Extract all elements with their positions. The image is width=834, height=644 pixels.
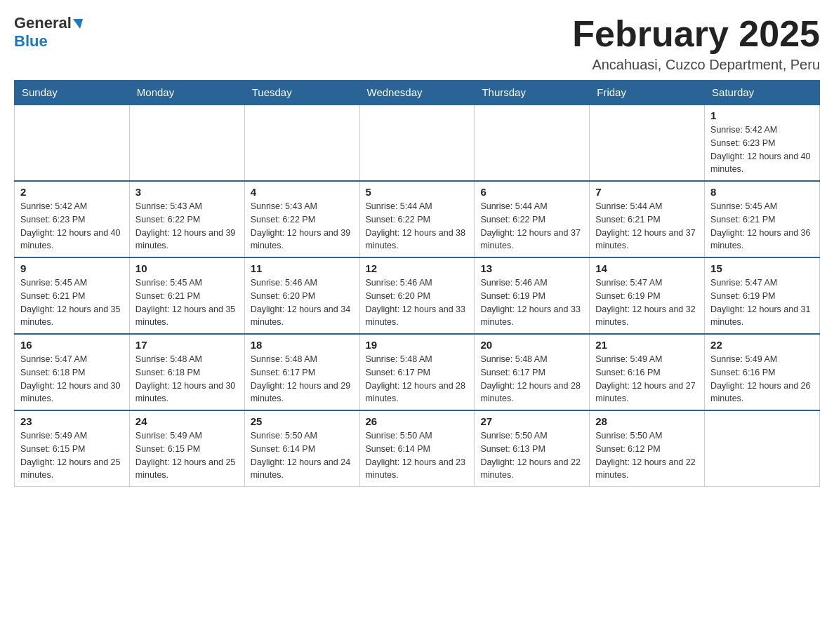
- day-number: 6: [480, 186, 583, 198]
- day-number: 16: [20, 339, 124, 351]
- calendar-cell: 15Sunrise: 5:47 AMSunset: 6:19 PMDayligh…: [705, 257, 820, 334]
- calendar-cell: 2Sunrise: 5:42 AMSunset: 6:23 PMDaylight…: [15, 181, 130, 257]
- day-number: 15: [710, 262, 814, 274]
- day-info: Sunrise: 5:45 AMSunset: 6:21 PMDaylight:…: [135, 276, 239, 329]
- day-info: Sunrise: 5:50 AMSunset: 6:14 PMDaylight:…: [251, 429, 354, 482]
- col-tuesday: Tuesday: [244, 81, 359, 105]
- logo-general-text: General: [14, 14, 72, 32]
- day-number: 22: [710, 339, 814, 351]
- location-subtitle: Ancahuasi, Cuzco Department, Peru: [572, 57, 820, 73]
- calendar-cell: 26Sunrise: 5:50 AMSunset: 6:14 PMDayligh…: [359, 410, 475, 487]
- calendar-cell: 14Sunrise: 5:47 AMSunset: 6:19 PMDayligh…: [590, 257, 705, 334]
- col-friday: Friday: [590, 81, 705, 105]
- calendar-cell: 7Sunrise: 5:44 AMSunset: 6:21 PMDaylight…: [590, 181, 705, 257]
- day-info: Sunrise: 5:44 AMSunset: 6:22 PMDaylight:…: [480, 200, 583, 253]
- day-info: Sunrise: 5:47 AMSunset: 6:18 PMDaylight:…: [20, 353, 124, 405]
- calendar-cell: 11Sunrise: 5:46 AMSunset: 6:20 PMDayligh…: [244, 257, 359, 334]
- calendar-cell: 24Sunrise: 5:49 AMSunset: 6:15 PMDayligh…: [129, 410, 244, 487]
- day-number: 2: [20, 186, 124, 198]
- day-info: Sunrise: 5:47 AMSunset: 6:19 PMDaylight:…: [595, 276, 699, 329]
- day-info: Sunrise: 5:43 AMSunset: 6:22 PMDaylight:…: [135, 200, 239, 253]
- day-info: Sunrise: 5:50 AMSunset: 6:12 PMDaylight:…: [595, 429, 699, 482]
- day-info: Sunrise: 5:46 AMSunset: 6:20 PMDaylight:…: [366, 276, 469, 329]
- col-monday: Monday: [129, 81, 244, 105]
- day-number: 18: [251, 339, 354, 351]
- day-number: 8: [710, 186, 814, 198]
- logo-triangle-icon: [73, 19, 83, 29]
- day-number: 25: [251, 415, 354, 427]
- day-info: Sunrise: 5:50 AMSunset: 6:14 PMDaylight:…: [366, 429, 469, 482]
- day-number: 19: [366, 339, 469, 351]
- title-area: February 2025 Ancahuasi, Cuzco Departmen…: [572, 14, 820, 73]
- day-number: 21: [595, 339, 699, 351]
- calendar-cell: 4Sunrise: 5:43 AMSunset: 6:22 PMDaylight…: [244, 181, 359, 257]
- calendar-cell: 22Sunrise: 5:49 AMSunset: 6:16 PMDayligh…: [705, 334, 820, 410]
- day-info: Sunrise: 5:49 AMSunset: 6:15 PMDaylight:…: [20, 429, 124, 482]
- day-info: Sunrise: 5:49 AMSunset: 6:16 PMDaylight:…: [710, 353, 814, 405]
- calendar-cell: 1Sunrise: 5:42 AMSunset: 6:23 PMDaylight…: [705, 105, 820, 181]
- calendar-week-row: 2Sunrise: 5:42 AMSunset: 6:23 PMDaylight…: [15, 181, 820, 257]
- calendar-cell: 21Sunrise: 5:49 AMSunset: 6:16 PMDayligh…: [590, 334, 705, 410]
- calendar-cell: 16Sunrise: 5:47 AMSunset: 6:18 PMDayligh…: [15, 334, 130, 410]
- day-info: Sunrise: 5:45 AMSunset: 6:21 PMDaylight:…: [20, 276, 124, 329]
- day-number: 1: [710, 109, 814, 121]
- calendar-cell: [129, 105, 244, 181]
- day-info: Sunrise: 5:48 AMSunset: 6:18 PMDaylight:…: [135, 353, 239, 405]
- calendar-week-row: 1Sunrise: 5:42 AMSunset: 6:23 PMDaylight…: [15, 105, 820, 181]
- day-info: Sunrise: 5:42 AMSunset: 6:23 PMDaylight:…: [20, 200, 124, 253]
- day-number: 17: [135, 339, 239, 351]
- day-number: 28: [595, 415, 699, 427]
- day-number: 13: [480, 262, 583, 274]
- day-number: 9: [20, 262, 124, 274]
- day-info: Sunrise: 5:48 AMSunset: 6:17 PMDaylight:…: [251, 353, 354, 405]
- calendar-cell: 5Sunrise: 5:44 AMSunset: 6:22 PMDaylight…: [359, 181, 475, 257]
- calendar-cell: 20Sunrise: 5:48 AMSunset: 6:17 PMDayligh…: [475, 334, 590, 410]
- calendar-cell: [475, 105, 590, 181]
- day-number: 27: [480, 415, 583, 427]
- calendar-cell: 9Sunrise: 5:45 AMSunset: 6:21 PMDaylight…: [15, 257, 130, 334]
- calendar-cell: 28Sunrise: 5:50 AMSunset: 6:12 PMDayligh…: [590, 410, 705, 487]
- calendar-week-row: 23Sunrise: 5:49 AMSunset: 6:15 PMDayligh…: [15, 410, 820, 487]
- day-info: Sunrise: 5:48 AMSunset: 6:17 PMDaylight:…: [480, 353, 583, 405]
- day-info: Sunrise: 5:47 AMSunset: 6:19 PMDaylight:…: [710, 276, 814, 329]
- calendar-week-row: 16Sunrise: 5:47 AMSunset: 6:18 PMDayligh…: [15, 334, 820, 410]
- day-info: Sunrise: 5:44 AMSunset: 6:21 PMDaylight:…: [595, 200, 699, 253]
- day-info: Sunrise: 5:49 AMSunset: 6:15 PMDaylight:…: [135, 429, 239, 482]
- day-number: 11: [251, 262, 354, 274]
- day-info: Sunrise: 5:48 AMSunset: 6:17 PMDaylight:…: [366, 353, 469, 405]
- day-info: Sunrise: 5:50 AMSunset: 6:13 PMDaylight:…: [480, 429, 583, 482]
- day-number: 12: [366, 262, 469, 274]
- day-number: 4: [251, 186, 354, 198]
- calendar-cell: 17Sunrise: 5:48 AMSunset: 6:18 PMDayligh…: [129, 334, 244, 410]
- calendar-cell: 27Sunrise: 5:50 AMSunset: 6:13 PMDayligh…: [475, 410, 590, 487]
- calendar-cell: 18Sunrise: 5:48 AMSunset: 6:17 PMDayligh…: [244, 334, 359, 410]
- day-info: Sunrise: 5:44 AMSunset: 6:22 PMDaylight:…: [366, 200, 469, 253]
- day-number: 23: [20, 415, 124, 427]
- calendar-cell: 25Sunrise: 5:50 AMSunset: 6:14 PMDayligh…: [244, 410, 359, 487]
- calendar-cell: [705, 410, 820, 487]
- col-sunday: Sunday: [15, 81, 130, 105]
- day-info: Sunrise: 5:45 AMSunset: 6:21 PMDaylight:…: [710, 200, 814, 253]
- calendar-cell: 13Sunrise: 5:46 AMSunset: 6:19 PMDayligh…: [475, 257, 590, 334]
- day-number: 14: [595, 262, 699, 274]
- calendar-header-row: Sunday Monday Tuesday Wednesday Thursday…: [15, 81, 820, 105]
- day-number: 7: [595, 186, 699, 198]
- page-header: General Blue February 2025 Ancahuasi, Cu…: [14, 14, 820, 73]
- day-number: 10: [135, 262, 239, 274]
- calendar-cell: 6Sunrise: 5:44 AMSunset: 6:22 PMDaylight…: [475, 181, 590, 257]
- col-wednesday: Wednesday: [359, 81, 475, 105]
- day-number: 5: [366, 186, 469, 198]
- day-number: 20: [480, 339, 583, 351]
- day-info: Sunrise: 5:42 AMSunset: 6:23 PMDaylight:…: [710, 123, 814, 176]
- calendar-cell: [359, 105, 475, 181]
- calendar-cell: 12Sunrise: 5:46 AMSunset: 6:20 PMDayligh…: [359, 257, 475, 334]
- logo-blue-text: Blue: [14, 32, 48, 50]
- calendar-cell: 10Sunrise: 5:45 AMSunset: 6:21 PMDayligh…: [129, 257, 244, 334]
- calendar-table: Sunday Monday Tuesday Wednesday Thursday…: [14, 80, 820, 487]
- day-number: 24: [135, 415, 239, 427]
- day-info: Sunrise: 5:43 AMSunset: 6:22 PMDaylight:…: [251, 200, 354, 253]
- calendar-cell: 8Sunrise: 5:45 AMSunset: 6:21 PMDaylight…: [705, 181, 820, 257]
- logo: General Blue: [14, 14, 83, 51]
- calendar-cell: [590, 105, 705, 181]
- day-info: Sunrise: 5:46 AMSunset: 6:20 PMDaylight:…: [251, 276, 354, 329]
